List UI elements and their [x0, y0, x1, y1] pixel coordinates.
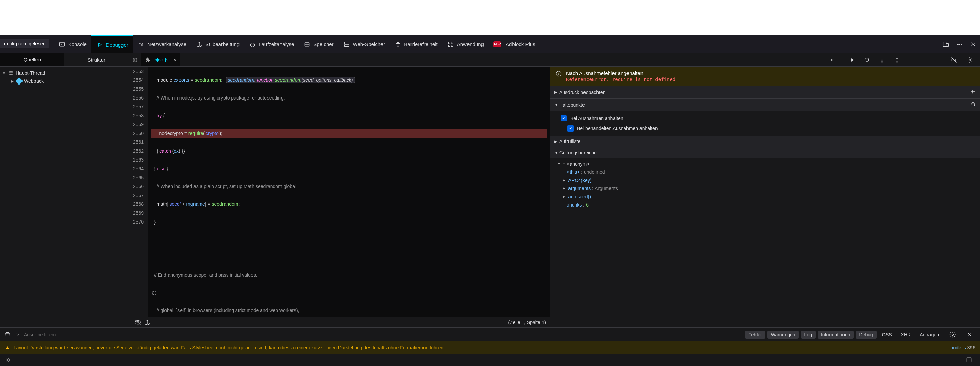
expand-icon: ▶: [555, 140, 559, 143]
console-input-row[interactable]: [0, 354, 980, 366]
scope-this[interactable]: <this>: undefined: [557, 168, 980, 176]
pause-on-caught-row[interactable]: ✓ Bei behandelten Ausnahmen anhalten: [561, 124, 980, 133]
nav-back-button[interactable]: [129, 53, 141, 67]
debugger-subrow: Quellen Struktur inject.js ✕: [0, 53, 980, 67]
breakpoints-body: ✓ Bei Ausnahmen anhalten ✓ Bei behandelt…: [550, 111, 980, 136]
tab-network[interactable]: Netzwerkanalyse: [133, 35, 191, 53]
pause-on-exceptions-row[interactable]: ✓ Bei Ausnahmen anhalten: [561, 113, 980, 124]
step-in-button[interactable]: [875, 53, 889, 67]
resume-button[interactable]: [845, 53, 859, 67]
tab-label: Netzwerkanalyse: [147, 41, 186, 47]
svg-point-20: [882, 61, 883, 62]
svg-point-14: [958, 44, 958, 44]
console-warning-row[interactable]: ▲ Layout-Darstellung wurde erzwungen, be…: [0, 341, 980, 354]
tree-main-thread[interactable]: ▼ Haupt-Thread: [0, 69, 129, 77]
step-out-button[interactable]: [890, 53, 904, 67]
info-icon: [555, 70, 562, 77]
svg-rect-23: [9, 71, 13, 74]
svg-point-21: [897, 61, 898, 62]
tab-storage[interactable]: Web-Speicher: [339, 35, 390, 53]
accordion-label: Haltepunkte: [559, 102, 585, 108]
debugger-controls: [838, 53, 944, 67]
tab-debugger[interactable]: Debugger: [91, 35, 133, 53]
checkbox-checked-icon[interactable]: ✓: [561, 115, 567, 121]
scope-arc4[interactable]: ▶ARC4(key): [557, 176, 980, 184]
tab-label: Debugger: [106, 42, 128, 48]
responsive-mode-button[interactable]: [939, 35, 953, 53]
scope-arguments[interactable]: ▶arguments: Arguments: [557, 184, 980, 193]
chip-info[interactable]: Informationen: [818, 331, 854, 339]
tab-outline[interactable]: Struktur: [65, 53, 129, 67]
tab-memory[interactable]: Speicher: [299, 35, 338, 53]
svg-rect-10: [449, 44, 450, 46]
right-panel-actions: [944, 53, 980, 67]
window-icon: [8, 70, 14, 76]
svg-rect-8: [449, 42, 450, 44]
tab-adblock[interactable]: ABP Adblock Plus: [488, 35, 540, 53]
scope-autoseed[interactable]: ▶autoseed(): [557, 193, 980, 201]
scope-chunks[interactable]: chunks: 6: [557, 201, 980, 209]
close-devtools-button[interactable]: [966, 35, 980, 53]
kebab-menu-button[interactable]: [953, 35, 966, 53]
file-tab-inject[interactable]: inject.js ✕: [141, 53, 180, 67]
clear-console-button[interactable]: [3, 328, 11, 341]
chip-warnings[interactable]: Warnungen: [767, 331, 799, 339]
accordion-scopes[interactable]: ▼ Geltungsbereiche: [550, 147, 980, 158]
accordion-label: Ausdruck beobachten: [559, 90, 605, 95]
svg-rect-6: [344, 44, 349, 46]
pause-title: Nach Ausnahmefehler angehalten: [566, 70, 675, 76]
warning-source-link[interactable]: node.js:396: [951, 344, 975, 351]
file-tabs: inject.js ✕: [129, 53, 838, 67]
svg-rect-2: [59, 42, 65, 46]
abp-badge-icon: ABP: [493, 41, 501, 48]
tab-label: Speicher: [313, 41, 333, 47]
tab-console[interactable]: Konsole: [54, 35, 91, 53]
sources-outline-tabs: Quellen Struktur: [0, 53, 129, 67]
collapse-icon: ▼: [2, 71, 6, 75]
chip-errors[interactable]: Fehler: [745, 331, 765, 339]
tab-sources[interactable]: Quellen: [0, 53, 65, 67]
line-gutter: 2553255425552556255725582559256025612562…: [129, 67, 148, 317]
scope-anon[interactable]: ▼≡ <anonym>: [557, 160, 980, 168]
checkbox-checked-icon[interactable]: ✓: [568, 125, 574, 132]
console-settings-button[interactable]: [946, 328, 959, 341]
accordion-callstack[interactable]: ▶ Aufrufliste: [550, 136, 980, 147]
tab-accessibility[interactable]: Barrierefreiheit: [390, 35, 442, 53]
remove-all-breakpoints-button[interactable]: [970, 101, 976, 108]
accordion-label: Geltungsbereiche: [559, 150, 597, 155]
console-toolbar: Fehler Warnungen Log Informationen Debug…: [0, 328, 980, 341]
code-area[interactable]: 2553255425552556255725582559256025612562…: [129, 67, 550, 317]
editor-mode-button[interactable]: [962, 354, 976, 366]
warning-icon: ▲: [5, 344, 10, 351]
pretty-print-button[interactable]: [143, 317, 152, 328]
chip-requests[interactable]: Anfragen: [916, 331, 942, 339]
close-split-console-button[interactable]: [963, 328, 977, 341]
step-over-button[interactable]: [860, 53, 874, 67]
pause-banner: Nach Ausnahmefehler angehalten Reference…: [550, 67, 980, 86]
disable-breakpoints-button[interactable]: [947, 53, 961, 67]
chip-log[interactable]: Log: [801, 331, 816, 339]
add-watch-button[interactable]: [970, 89, 976, 96]
debugger-right-panel: Nach Ausnahmefehler angehalten Reference…: [550, 67, 980, 328]
debugger-settings-button[interactable]: [963, 53, 977, 67]
chip-xhr[interactable]: XHR: [897, 331, 915, 339]
chip-css[interactable]: CSS: [879, 331, 896, 339]
tab-application[interactable]: Anwendung: [442, 35, 488, 53]
status-tooltip: unpkg.com gelesen: [0, 39, 49, 48]
accordion-breakpoints[interactable]: ▼ Haltepunkte: [550, 99, 980, 111]
tab-performance[interactable]: Laufzeitanalyse: [244, 35, 299, 53]
chip-debug[interactable]: Debug: [856, 331, 877, 339]
console-filter-input[interactable]: [24, 332, 126, 337]
svg-point-3: [250, 43, 255, 47]
blackbox-button[interactable]: [133, 317, 143, 328]
svg-point-7: [398, 41, 399, 43]
browser-content-area: [0, 0, 980, 35]
file-tab-label: inject.js: [154, 57, 168, 62]
run-to-button[interactable]: [826, 53, 838, 67]
accordion-watch[interactable]: ▶ Ausdruck beobachten: [550, 86, 980, 99]
checkbox-label: Bei Ausnahmen anhalten: [570, 116, 624, 121]
tab-style[interactable]: Stilbearbeitung: [191, 35, 244, 53]
tree-webpack[interactable]: ▶ Webpack: [0, 77, 129, 85]
close-tab-icon[interactable]: ✕: [171, 57, 177, 62]
prompt-icon: [4, 357, 10, 363]
